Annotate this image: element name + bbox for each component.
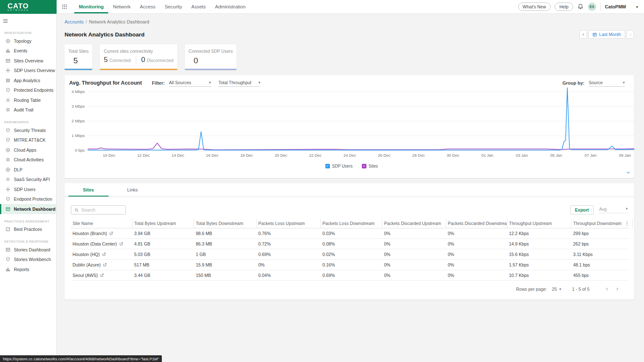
table-row[interactable]: Dublin (Azure)517 MB15.9 MB0%0.16%0%0%1.… [71, 260, 629, 270]
site-name-link[interactable]: Houston (Branch) [73, 231, 113, 236]
group-by-select[interactable]: Source ▾ [589, 80, 625, 87]
breadcrumb-accounts-link[interactable]: Accounts [65, 19, 83, 24]
date-prev-button[interactable] [579, 30, 587, 39]
search-input[interactable] [81, 207, 122, 212]
nav-security[interactable]: Security [160, 0, 187, 13]
column-header-packets-discarded-downstream[interactable]: Packets Discarded Downstream [446, 219, 507, 228]
nav-assets[interactable]: Assets [187, 0, 210, 13]
tab-links[interactable]: Links [112, 183, 153, 197]
whats-new-button[interactable]: What's New [518, 3, 551, 11]
tab-sites[interactable]: Sites [68, 183, 109, 197]
column-header-total-bytes-downstream[interactable]: Total Bytes Downstream [194, 219, 257, 228]
table-row[interactable]: Seoul (AWS)3.44 GB150 MB0.04%0.69%0%0%10… [71, 270, 629, 281]
column-header-packets-discarded-upstream[interactable]: Packets Discarded Upstream [382, 219, 446, 228]
sidebar-item-sdp-users[interactable]: SDP Users [0, 184, 56, 194]
table-cell: 0% [382, 249, 446, 259]
column-header-packets-loss-downstream[interactable]: Packets Loss Downstream [321, 219, 382, 228]
user-avatar[interactable]: ES [588, 3, 596, 11]
external-link-icon[interactable] [109, 231, 113, 235]
window-grid-icon [5, 58, 10, 63]
external-link-icon[interactable] [103, 263, 107, 267]
legend-item-sites[interactable]: ✓Sites [362, 164, 378, 168]
table-cell: 10.7 Kbps [507, 270, 571, 280]
table-row[interactable]: Houston (Data Center)4.81 GB86.3 MB0.72%… [71, 239, 629, 249]
site-name-link[interactable]: Dublin (Azure) [73, 262, 107, 267]
sidebar-item-events[interactable]: Events [0, 46, 56, 56]
page-prev-button[interactable] [602, 287, 612, 291]
sidebar-item-mitre-att-ck[interactable]: MITRE ATT&CK [0, 135, 56, 145]
external-link-icon[interactable] [100, 273, 104, 277]
site-name-link[interactable]: Houston (Data Center) [73, 241, 123, 246]
nav-network[interactable]: Network [108, 0, 135, 13]
top-bar: CATO NETWORKS MonitoringNetworkAccessSec… [0, 0, 644, 14]
table-row[interactable]: Houston (HQ)5.03 GB1 GB0.69%0.02%0%0%15.… [71, 249, 629, 260]
sidebar-item-routing-table[interactable]: Routing Table [0, 95, 56, 105]
sidebar-item-topology[interactable]: Topology [0, 36, 56, 46]
sidebar-item-cloud-apps[interactable]: Cloud Apps [0, 145, 56, 155]
nav-access[interactable]: Access [135, 0, 160, 13]
sidebar-item-sdp-users-overview[interactable]: SDP Users Overview [0, 66, 56, 76]
column-header-throughput-upstream[interactable]: Throughput Upstream [507, 219, 571, 228]
rows-per-page-select[interactable]: 25 ▾ [552, 287, 561, 292]
sidebar-item-endpoint-protection[interactable]: Endpoint Protection [0, 194, 56, 204]
group-by-label: Group by: [562, 80, 584, 85]
sidebar-item-security-threats[interactable]: Security Threats [0, 125, 56, 135]
table-row[interactable]: Houston (Branch)3.94 GB98.6 MB0.76%0.03%… [71, 228, 629, 239]
sidebar-item-sites-overview[interactable]: Sites Overview [0, 56, 56, 66]
sidebar-item-audit-trail[interactable]: Audit Trail [0, 105, 56, 115]
account-menu-caret-icon[interactable]: ▾ [636, 5, 638, 9]
sidebar-item-best-practices[interactable]: Best Practices [0, 225, 56, 235]
table-cell: 0% [446, 228, 507, 238]
sidebar-item-cloud-activities[interactable]: Cloud Activities [0, 155, 56, 165]
table-cell: 0% [446, 249, 507, 259]
sidebar-item-stories-workbench[interactable]: Stories Workbench [0, 255, 56, 265]
table-cell: 0.69% [257, 249, 321, 259]
disconnected-label: Disconnected [147, 58, 174, 63]
sidebar-item-label: Protected Endpoints [14, 88, 54, 93]
checkbox-icon [5, 227, 10, 232]
window-grid-icon [5, 247, 10, 252]
notifications-bell-icon[interactable] [577, 3, 584, 11]
table-cell: 4.81 GB [132, 239, 194, 249]
legend-checkbox-icon[interactable]: ✓ [325, 164, 330, 168]
sidebar-item-protected-endpoints[interactable]: Protected Endpoints [0, 85, 56, 96]
sidebar-item-label: Best Practices [14, 227, 42, 232]
nav-administration[interactable]: Administration [210, 0, 250, 13]
site-name-link[interactable]: Houston (HQ) [73, 252, 106, 257]
column-header-total-bytes-upstream[interactable]: Total Bytes Upstream [132, 219, 194, 228]
sidebar-item-stories-dashboard[interactable]: Stories Dashboard [0, 245, 56, 255]
table-cell: 3.94 GB [132, 228, 194, 238]
chart-legend: ✓SDP Users✓Sites [69, 164, 634, 168]
sidebar-item-network-dashboard[interactable]: Network Dashboard [0, 204, 56, 214]
series-line-sdp-users [88, 88, 634, 150]
site-name-link[interactable]: Seoul (AWS) [73, 273, 104, 278]
column-header-site-name[interactable]: Site Name [71, 219, 132, 228]
nav-monitoring[interactable]: Monitoring [74, 0, 108, 13]
app-launcher-icon[interactable] [58, 0, 71, 13]
aggregation-select[interactable]: Avg ▾ [599, 207, 628, 213]
table-cell: 3.44 GB [132, 270, 194, 280]
legend-checkbox-icon[interactable]: ✓ [362, 164, 366, 168]
sidebar-item-reports[interactable]: Reports [0, 264, 56, 274]
external-link-icon[interactable] [102, 252, 106, 256]
date-next-button[interactable] [626, 30, 634, 39]
svg-text:26 Dec: 26 Dec [378, 153, 390, 158]
help-button[interactable]: Help [555, 3, 573, 11]
column-header-packets-loss-upstream[interactable]: Packets Loss Upstream [257, 219, 321, 228]
sidebar-item-dlp[interactable]: DLP [0, 165, 56, 175]
external-link-icon[interactable] [119, 242, 123, 246]
date-range-button[interactable]: Last Month [588, 30, 625, 39]
sidebar-collapse-icon[interactable] [3, 18, 56, 26]
column-menu-kebab-icon[interactable]: ⋮ [624, 220, 630, 226]
sidebar-item-app-analytics[interactable]: App Analytics [0, 75, 56, 85]
chart-expand-chevron-icon[interactable] [626, 169, 631, 176]
column-header-throughput-downstream[interactable]: Throughput Downstream [571, 219, 633, 228]
legend-item-sdp-users[interactable]: ✓SDP Users [325, 164, 353, 168]
cato-logo[interactable]: CATO NETWORKS [0, 0, 57, 14]
filter-source-select[interactable]: All Sources ▾ [169, 80, 211, 87]
export-button[interactable]: Export [570, 205, 594, 215]
page-next-button[interactable] [612, 287, 622, 291]
sidebar-item-saas-security-api[interactable]: SaaS Security API [0, 175, 56, 185]
table-cell: 0% [446, 239, 507, 249]
filter-metric-select[interactable]: Total Throughput ▾ [218, 80, 260, 87]
